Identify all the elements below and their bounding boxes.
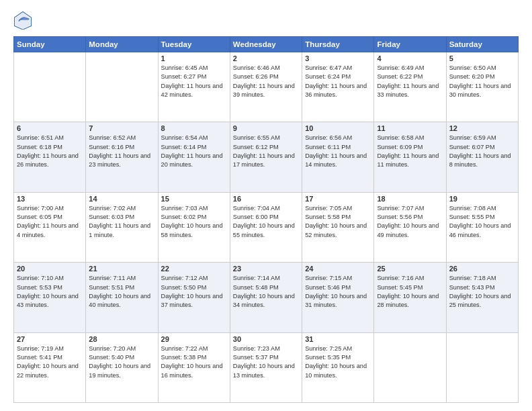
calendar-cell: 11Sunrise: 6:58 AM Sunset: 6:09 PM Dayli…	[374, 122, 446, 192]
day-info: Sunrise: 7:15 AM Sunset: 5:46 PM Dayligh…	[305, 274, 371, 310]
calendar-cell: 1Sunrise: 6:45 AM Sunset: 6:27 PM Daylig…	[158, 52, 230, 122]
calendar-cell: 9Sunrise: 6:55 AM Sunset: 6:12 PM Daylig…	[230, 122, 302, 192]
calendar-week-row: 6Sunrise: 6:51 AM Sunset: 6:18 PM Daylig…	[14, 122, 519, 192]
day-number: 23	[233, 265, 299, 273]
day-of-week-header: Thursday	[302, 37, 374, 52]
day-number: 27	[17, 335, 83, 343]
day-number: 14	[89, 195, 154, 203]
day-info: Sunrise: 7:03 AM Sunset: 6:02 PM Dayligh…	[161, 204, 227, 240]
day-info: Sunrise: 6:56 AM Sunset: 6:11 PM Dayligh…	[305, 134, 371, 169]
calendar-cell: 31Sunrise: 7:25 AM Sunset: 5:35 PM Dayli…	[302, 332, 374, 402]
day-number: 31	[305, 335, 371, 343]
day-info: Sunrise: 6:46 AM Sunset: 6:26 PM Dayligh…	[233, 64, 299, 99]
calendar-table: SundayMondayTuesdayWednesdayThursdayFrid…	[13, 36, 519, 403]
day-info: Sunrise: 7:10 AM Sunset: 5:53 PM Dayligh…	[17, 274, 83, 310]
calendar-cell: 28Sunrise: 7:20 AM Sunset: 5:40 PM Dayli…	[86, 332, 158, 402]
calendar-cell: 14Sunrise: 7:02 AM Sunset: 6:03 PM Dayli…	[86, 192, 158, 262]
calendar-week-row: 13Sunrise: 7:00 AM Sunset: 6:05 PM Dayli…	[14, 192, 519, 262]
calendar-cell: 23Sunrise: 7:14 AM Sunset: 5:48 PM Dayli…	[230, 263, 302, 332]
day-number: 5	[449, 54, 515, 62]
day-number: 10	[305, 124, 371, 132]
calendar-week-row: 27Sunrise: 7:19 AM Sunset: 5:41 PM Dayli…	[14, 332, 519, 402]
logo-icon	[13, 11, 32, 30]
day-of-week-header: Monday	[86, 37, 158, 52]
page: SundayMondayTuesdayWednesdayThursdayFrid…	[0, 0, 532, 411]
day-number: 2	[233, 54, 299, 62]
day-info: Sunrise: 6:51 AM Sunset: 6:18 PM Dayligh…	[17, 134, 83, 169]
day-number: 12	[449, 124, 515, 132]
calendar-cell: 29Sunrise: 7:22 AM Sunset: 5:38 PM Dayli…	[158, 332, 230, 402]
calendar-cell: 3Sunrise: 6:47 AM Sunset: 6:24 PM Daylig…	[302, 52, 374, 122]
calendar-cell: 16Sunrise: 7:04 AM Sunset: 6:00 PM Dayli…	[230, 192, 302, 262]
calendar-cell: 27Sunrise: 7:19 AM Sunset: 5:41 PM Dayli…	[14, 332, 86, 402]
day-number: 13	[17, 195, 83, 203]
day-info: Sunrise: 6:52 AM Sunset: 6:16 PM Dayligh…	[89, 134, 154, 169]
day-number: 17	[305, 195, 371, 203]
calendar-header-row: SundayMondayTuesdayWednesdayThursdayFrid…	[14, 37, 519, 52]
day-of-week-header: Friday	[374, 37, 446, 52]
day-info: Sunrise: 6:47 AM Sunset: 6:24 PM Dayligh…	[305, 64, 371, 99]
calendar-cell: 20Sunrise: 7:10 AM Sunset: 5:53 PM Dayli…	[14, 263, 86, 332]
day-number: 9	[233, 124, 299, 132]
calendar-cell: 18Sunrise: 7:07 AM Sunset: 5:56 PM Dayli…	[374, 192, 446, 262]
calendar-cell: 7Sunrise: 6:52 AM Sunset: 6:16 PM Daylig…	[86, 122, 158, 192]
day-number: 20	[17, 265, 83, 273]
day-of-week-header: Saturday	[446, 37, 518, 52]
day-info: Sunrise: 7:16 AM Sunset: 5:45 PM Dayligh…	[377, 274, 443, 310]
day-info: Sunrise: 6:50 AM Sunset: 6:20 PM Dayligh…	[449, 64, 515, 99]
calendar-cell: 15Sunrise: 7:03 AM Sunset: 6:02 PM Dayli…	[158, 192, 230, 262]
day-info: Sunrise: 6:58 AM Sunset: 6:09 PM Dayligh…	[377, 134, 443, 169]
day-number: 7	[89, 124, 154, 132]
day-of-week-header: Tuesday	[158, 37, 230, 52]
day-number: 4	[377, 54, 443, 62]
day-info: Sunrise: 7:11 AM Sunset: 5:51 PM Dayligh…	[89, 274, 154, 310]
day-info: Sunrise: 6:49 AM Sunset: 6:22 PM Dayligh…	[377, 64, 443, 99]
day-number: 19	[449, 195, 515, 203]
day-info: Sunrise: 6:59 AM Sunset: 6:07 PM Dayligh…	[449, 134, 515, 169]
day-number: 22	[161, 265, 227, 273]
day-info: Sunrise: 6:55 AM Sunset: 6:12 PM Dayligh…	[233, 134, 299, 169]
calendar-cell: 12Sunrise: 6:59 AM Sunset: 6:07 PM Dayli…	[446, 122, 518, 192]
calendar-cell	[374, 332, 446, 402]
day-info: Sunrise: 7:12 AM Sunset: 5:50 PM Dayligh…	[161, 274, 227, 310]
day-number: 8	[161, 124, 227, 132]
day-number: 3	[305, 54, 371, 62]
day-info: Sunrise: 7:14 AM Sunset: 5:48 PM Dayligh…	[233, 274, 299, 310]
day-of-week-header: Sunday	[14, 37, 86, 52]
header	[13, 11, 519, 30]
day-info: Sunrise: 7:25 AM Sunset: 5:35 PM Dayligh…	[305, 345, 371, 380]
calendar-cell	[14, 52, 86, 122]
day-info: Sunrise: 7:20 AM Sunset: 5:40 PM Dayligh…	[89, 345, 154, 380]
calendar-cell: 21Sunrise: 7:11 AM Sunset: 5:51 PM Dayli…	[86, 263, 158, 332]
day-info: Sunrise: 7:07 AM Sunset: 5:56 PM Dayligh…	[377, 204, 443, 240]
calendar-cell: 8Sunrise: 6:54 AM Sunset: 6:14 PM Daylig…	[158, 122, 230, 192]
calendar-cell: 25Sunrise: 7:16 AM Sunset: 5:45 PM Dayli…	[374, 263, 446, 332]
calendar-cell: 4Sunrise: 6:49 AM Sunset: 6:22 PM Daylig…	[374, 52, 446, 122]
day-info: Sunrise: 7:00 AM Sunset: 6:05 PM Dayligh…	[17, 204, 83, 240]
day-number: 18	[377, 195, 443, 203]
day-of-week-header: Wednesday	[230, 37, 302, 52]
calendar-cell: 24Sunrise: 7:15 AM Sunset: 5:46 PM Dayli…	[302, 263, 374, 332]
day-info: Sunrise: 7:22 AM Sunset: 5:38 PM Dayligh…	[161, 345, 227, 380]
day-info: Sunrise: 6:45 AM Sunset: 6:27 PM Dayligh…	[161, 64, 227, 99]
day-number: 16	[233, 195, 299, 203]
day-number: 26	[449, 265, 515, 273]
logo	[13, 11, 35, 30]
calendar-week-row: 20Sunrise: 7:10 AM Sunset: 5:53 PM Dayli…	[14, 263, 519, 332]
day-info: Sunrise: 7:04 AM Sunset: 6:00 PM Dayligh…	[233, 204, 299, 240]
day-info: Sunrise: 7:02 AM Sunset: 6:03 PM Dayligh…	[89, 204, 154, 240]
calendar-cell: 6Sunrise: 6:51 AM Sunset: 6:18 PM Daylig…	[14, 122, 86, 192]
calendar-cell	[86, 52, 158, 122]
calendar-cell: 10Sunrise: 6:56 AM Sunset: 6:11 PM Dayli…	[302, 122, 374, 192]
calendar-cell: 13Sunrise: 7:00 AM Sunset: 6:05 PM Dayli…	[14, 192, 86, 262]
day-number: 28	[89, 335, 154, 343]
day-info: Sunrise: 7:05 AM Sunset: 5:58 PM Dayligh…	[305, 204, 371, 240]
day-info: Sunrise: 7:23 AM Sunset: 5:37 PM Dayligh…	[233, 345, 299, 380]
day-number: 29	[161, 335, 227, 343]
day-number: 6	[17, 124, 83, 132]
calendar-cell: 2Sunrise: 6:46 AM Sunset: 6:26 PM Daylig…	[230, 52, 302, 122]
day-number: 11	[377, 124, 443, 132]
day-info: Sunrise: 7:08 AM Sunset: 5:55 PM Dayligh…	[449, 204, 515, 240]
day-number: 21	[89, 265, 154, 273]
day-number: 15	[161, 195, 227, 203]
